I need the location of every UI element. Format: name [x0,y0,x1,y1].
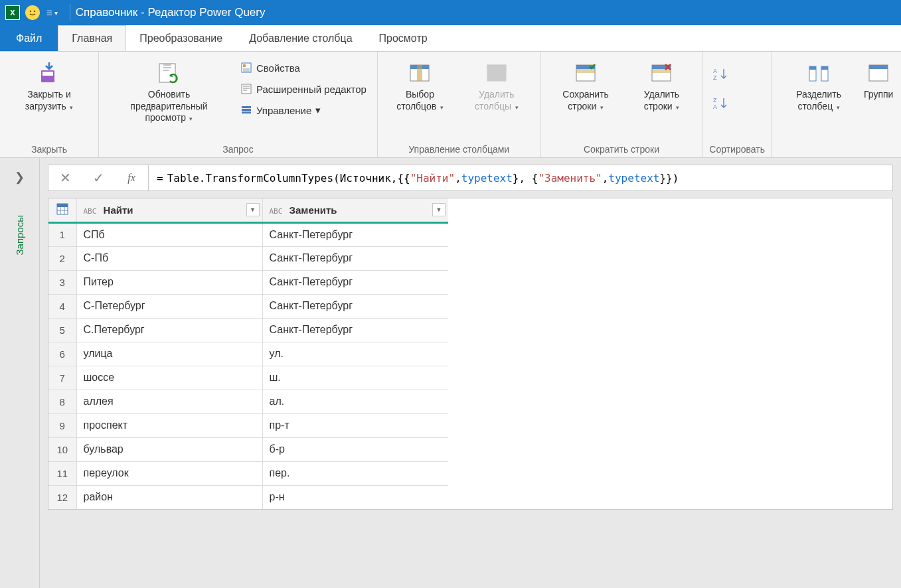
row-number[interactable]: 10 [48,437,76,461]
table-row[interactable]: 2С-ПбСанкт-Петербург [48,246,448,270]
row-number[interactable]: 8 [48,390,76,413]
keep-rows-button[interactable]: Сохранить строки ▾ [548,56,624,115]
sort-desc-icon: ZA [712,96,729,110]
cell-find[interactable]: аллея [76,390,262,413]
cell-replace[interactable]: ал. [262,390,448,413]
remove-rows-button[interactable]: Удалить строки ▾ [628,56,696,115]
queries-pane-label[interactable]: Запросы [14,215,25,256]
column-filter-button[interactable]: ▼ [246,203,260,216]
cell-replace[interactable]: Санкт-Петербург [262,294,448,318]
refresh-preview-button[interactable]: Обновить предварительный просмотр ▾ [106,56,232,127]
formula-fx-button[interactable]: fx [115,165,148,190]
qat-dropdown-icon[interactable]: ☰ ▾ [44,8,60,18]
svg-point-1 [34,11,35,12]
cell-find[interactable]: бульвар [76,437,262,461]
data-table: ABC Найти ▼ ABC Заменить ▼ 1СПбСанкт-Пет… [48,198,893,510]
advanced-editor-button[interactable]: Расширенный редактор [236,81,370,97]
properties-button[interactable]: Свойства [236,60,370,76]
split-column-button[interactable]: Разделить столбец ▾ [779,56,859,115]
row-number[interactable]: 12 [48,485,76,509]
table-row[interactable]: 5С.ПетербургСанкт-Петербург [48,318,448,342]
row-number[interactable]: 4 [48,294,76,318]
table-row[interactable]: 12районр-н [48,485,448,509]
formula-input[interactable]: = Table.TransformColumnTypes(Источник,{{… [148,165,893,191]
tab-file[interactable]: Файл [0,25,58,51]
cell-replace[interactable]: ул. [262,342,448,366]
cell-find[interactable]: С.Петербург [76,318,262,342]
table-row[interactable]: 8аллеяал. [48,390,448,413]
choose-columns-label: Выбор столбцов [396,89,436,111]
svg-point-0 [30,11,31,12]
cell-replace[interactable]: Санкт-Петербург [262,318,448,342]
cell-replace[interactable]: Санкт-Петербург [262,270,448,294]
table-row[interactable]: 10бульварб-р [48,437,448,461]
cell-replace[interactable]: Санкт-Петербург [262,246,448,270]
table-row[interactable]: 11переулокпер. [48,461,448,485]
close-load-icon [37,61,61,85]
tab-home[interactable]: Главная [58,25,126,51]
group-by-button[interactable]: Группи [862,56,894,104]
chevron-down-icon: ▾ [315,104,321,116]
cell-replace[interactable]: Санкт-Петербург [262,222,448,246]
cell-find[interactable]: улица [76,342,262,366]
cell-find[interactable]: Питер [76,270,262,294]
smiley-icon[interactable] [25,5,40,20]
column-header-replace[interactable]: ABC Заменить ▼ [262,198,448,222]
cell-find[interactable]: СПб [76,222,262,246]
table-row[interactable]: 6улицаул. [48,342,448,366]
table-row[interactable]: 3ПитерСанкт-Петербург [48,270,448,294]
cell-find[interactable]: шоссе [76,366,262,390]
svg-rect-15 [487,65,506,69]
row-number[interactable]: 7 [48,366,76,390]
sort-desc-button[interactable]: ZA [709,93,732,113]
cell-replace[interactable]: б-р [262,437,448,461]
cell-find[interactable]: переулок [76,461,262,485]
row-number[interactable]: 2 [48,246,76,270]
choose-columns-button[interactable]: Выбор столбцов ▾ [384,56,455,115]
column-name: Заменить [289,204,337,216]
cell-replace[interactable]: р-н [262,485,448,509]
formula-cancel-button[interactable]: ✕ [48,165,82,190]
cell-find[interactable]: район [76,485,262,509]
tab-transform[interactable]: Преобразование [126,25,236,51]
row-number[interactable]: 1 [48,222,76,246]
table-row[interactable]: 9проспектпр-т [48,413,448,437]
cell-find[interactable]: проспект [76,413,262,437]
row-number[interactable]: 5 [48,318,76,342]
tab-add-column[interactable]: Добавление столбца [236,25,365,51]
window-title: Справочник - Редактор Power Query [76,6,266,19]
column-header-find[interactable]: ABC Найти ▼ [76,198,262,222]
queries-expand-button[interactable]: ❯ [11,166,29,188]
close-load-button[interactable]: Закрыть и загрузить ▾ [7,56,92,115]
manage-button[interactable]: Управление ▾ [236,102,370,118]
group-by-label: Группи [864,89,893,100]
tab-view[interactable]: Просмотр [366,25,441,51]
cell-find[interactable]: С-Петербург [76,294,262,318]
row-number[interactable]: 9 [48,413,76,437]
table-row[interactable]: 4С-ПетербургСанкт-Петербург [48,294,448,318]
cell-find[interactable]: С-Пб [76,246,262,270]
remove-columns-button[interactable]: Удалить столбцы ▾ [459,56,534,115]
cell-replace[interactable]: ш. [262,366,448,390]
row-number[interactable]: 6 [48,342,76,366]
choose-columns-icon [408,61,432,85]
table-row[interactable]: 1СПбСанкт-Петербург [48,222,448,246]
cell-replace[interactable]: пер. [262,461,448,485]
column-type-icon: ABC [84,207,97,216]
chevron-down-icon: ▾ [438,104,444,111]
row-number[interactable]: 3 [48,270,76,294]
row-number[interactable]: 11 [48,461,76,485]
table-select-all[interactable] [48,198,76,222]
formula-accept-button[interactable]: ✓ [82,165,115,190]
chevron-down-icon: ▾ [835,104,840,111]
manage-label: Управление [256,105,311,116]
ribbon-group-manage-columns: Выбор столбцов ▾ Удалить столбцы ▾ Управ… [378,52,541,157]
sort-group-label: Сортировать [709,141,765,156]
remove-rows-icon [649,61,673,85]
column-filter-button[interactable]: ▼ [432,203,446,216]
table-row[interactable]: 7шоссеш. [48,366,448,390]
svg-rect-8 [242,106,251,108]
cell-replace[interactable]: пр-т [262,413,448,437]
chevron-down-icon: ▾ [675,104,680,111]
sort-asc-button[interactable]: AZ [709,64,732,84]
